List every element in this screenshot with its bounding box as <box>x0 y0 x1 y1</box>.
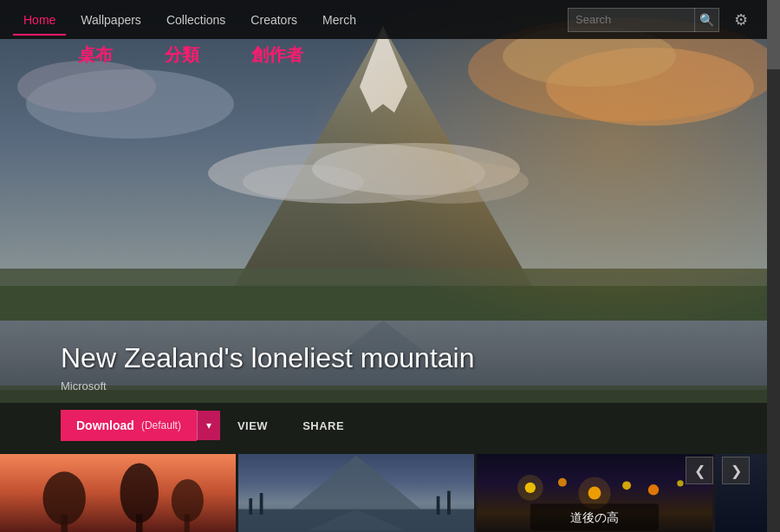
search-button[interactable]: 🔍 <box>694 8 718 32</box>
next-arrow-button[interactable]: ❯ <box>722 457 750 484</box>
chinese-label-creators: 創作者 <box>251 43 303 67</box>
svg-point-40 <box>677 480 683 486</box>
hero-content: New Zealand's loneliest mountain Microso… <box>61 342 474 441</box>
svg-rect-25 <box>185 515 190 532</box>
nav-home[interactable]: Home <box>13 4 66 36</box>
nav-links: Home Wallpapers Collections Creators Mer… <box>13 4 568 36</box>
dropdown-icon: ▾ <box>206 419 211 431</box>
svg-point-22 <box>120 463 159 522</box>
download-default-label: (Default) <box>141 419 181 431</box>
thumbnail-2[interactable] <box>238 454 474 532</box>
svg-text:道後の高: 道後の高 <box>570 511 619 524</box>
download-button[interactable]: Download (Default) <box>61 410 197 441</box>
main-content: Home Wallpapers Collections Creators Mer… <box>0 0 767 532</box>
nav-merch[interactable]: Merch <box>312 4 367 36</box>
chinese-label-collections: 分類 <box>165 43 199 67</box>
navbar: Home Wallpapers Collections Creators Mer… <box>0 0 767 39</box>
download-label: Download <box>76 418 134 432</box>
svg-point-41 <box>517 475 543 501</box>
nav-creators[interactable]: Creators <box>240 4 308 36</box>
prev-arrow-icon: ❮ <box>694 463 705 479</box>
svg-rect-23 <box>136 515 142 532</box>
nav-wallpapers[interactable]: Wallpapers <box>70 4 152 36</box>
search-box: 🔍 <box>568 8 719 32</box>
search-input[interactable] <box>569 13 694 26</box>
svg-rect-21 <box>61 515 67 532</box>
hero-title: New Zealand's loneliest mountain <box>61 342 474 374</box>
settings-icon: ⚙ <box>734 10 748 29</box>
download-dropdown-button[interactable]: ▾ <box>197 411 220 440</box>
thumbnail-3[interactable]: 道後の高 <box>477 454 712 532</box>
svg-rect-31 <box>260 493 263 515</box>
chinese-labels: 桌布 分類 創作者 <box>78 43 303 67</box>
scrollbar-thumb[interactable] <box>767 0 780 69</box>
next-arrow-icon: ❯ <box>731 463 742 479</box>
hero-actions: Download (Default) ▾ VIEW SHARE <box>61 410 474 441</box>
svg-rect-30 <box>249 498 252 515</box>
prev-arrow-button[interactable]: ❮ <box>686 457 713 484</box>
search-icon: 🔍 <box>699 13 714 27</box>
svg-point-38 <box>622 481 631 490</box>
svg-rect-33 <box>447 491 451 515</box>
share-button[interactable]: SHARE <box>285 411 361 441</box>
svg-rect-32 <box>437 496 440 515</box>
hero-navigation: ❮ ❯ <box>686 457 750 484</box>
view-button[interactable]: VIEW <box>220 411 285 441</box>
settings-button[interactable]: ⚙ <box>728 7 754 33</box>
svg-point-39 <box>648 484 659 495</box>
chinese-label-wallpapers: 桌布 <box>78 43 113 67</box>
svg-point-36 <box>558 478 567 487</box>
hero-subtitle: Microsoft <box>61 380 474 393</box>
nav-collections[interactable]: Collections <box>156 4 236 36</box>
scrollbar[interactable] <box>767 0 780 532</box>
thumbnail-1[interactable] <box>0 454 236 532</box>
thumbnail-strip: 道後の高 <box>0 454 767 532</box>
